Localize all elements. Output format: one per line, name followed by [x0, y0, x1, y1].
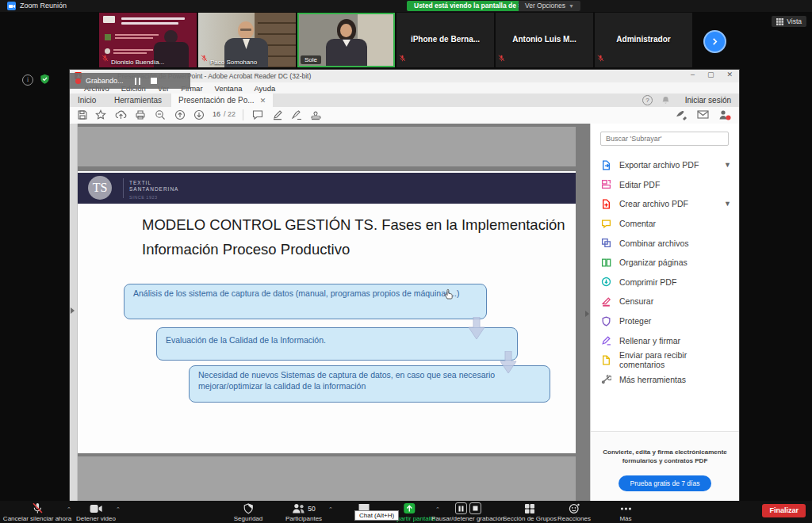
free-trial-button[interactable]: Prueba gratis de 7 días — [619, 475, 712, 491]
unmute-button[interactable]: Cancelar silenciar ahora — [3, 502, 71, 522]
breakout-grid-icon — [524, 503, 535, 514]
maximize-button[interactable]: ▢ — [707, 71, 714, 78]
tool-item-send-comments[interactable]: Enviar para recibir comentarios — [601, 350, 734, 370]
pause-recording-icon[interactable] — [455, 502, 467, 514]
document-canvas: TS TEXTIL SANTANDERINA SINCE 1923 MODELO… — [78, 124, 590, 501]
participant-name: Administrador — [595, 35, 692, 44]
promo-text: Convierte, edita y firma electrónicament… — [591, 448, 739, 456]
chevron-down-icon[interactable]: ▼ — [724, 161, 731, 169]
tool-item-comment[interactable]: Comentar — [601, 214, 734, 234]
video-tile-paco[interactable]: Paco Somohano — [198, 13, 296, 67]
highlighter-icon[interactable] — [272, 109, 283, 120]
tool-item-organize-pages[interactable]: Organizar páginas — [601, 253, 734, 273]
share-cloud-icon[interactable] — [115, 109, 127, 120]
help-icon[interactable]: ? — [642, 95, 653, 105]
tools-search-input[interactable] — [600, 132, 729, 146]
sign-in-link[interactable]: Iniciar sesión — [685, 94, 731, 107]
share-screen-icon — [404, 503, 415, 513]
stop-video-button[interactable]: Detener video — [76, 502, 116, 522]
video-tile-administrador[interactable]: Administrador — [595, 13, 692, 67]
tools-panel: Exportar archivo PDF▼ Editar PDF Crear a… — [590, 124, 739, 501]
edit-pdf-icon — [601, 179, 611, 189]
close-button[interactable]: ✕ — [726, 71, 733, 78]
participants-count: 50 — [308, 505, 315, 513]
acrobat-toolbar: 16 / 22 — [70, 107, 739, 124]
video-tile-dionisio[interactable]: Dionisio Buendía... — [99, 13, 197, 67]
stamp-icon[interactable] — [310, 109, 322, 120]
pause-recording-button[interactable] — [135, 78, 140, 85]
close-tab-icon[interactable]: ✕ — [260, 97, 266, 105]
video-tile-antonio[interactable]: Antonio Luis M... — [496, 13, 593, 67]
participant-name: Dionisio Buendía... — [111, 59, 164, 66]
video-tile-iphone[interactable]: iPhone de Berna... — [396, 13, 494, 67]
mic-options-chevron[interactable]: ⌃ — [67, 506, 71, 513]
tool-item-create-pdf[interactable]: Crear archivo PDF▼ — [601, 194, 734, 214]
recording-label: Grabando... — [86, 77, 124, 85]
video-options-chevron[interactable]: ⌃ — [116, 506, 121, 513]
menu-ventana[interactable]: Ventana — [215, 84, 243, 93]
stop-recording-button[interactable] — [151, 78, 157, 84]
protect-icon — [601, 316, 611, 326]
security-button[interactable]: Seguridad — [234, 502, 262, 522]
security-shield-icon — [243, 503, 253, 514]
participants-options-chevron[interactable]: ⌃ — [328, 506, 333, 513]
tab-inicio[interactable]: Inicio — [78, 94, 96, 107]
compress-pdf-icon — [601, 277, 611, 287]
breakout-rooms-button[interactable]: Sección de Grupos — [503, 502, 557, 522]
page-total-label: / 22 — [224, 110, 236, 118]
stop-recording-icon[interactable] — [469, 502, 481, 514]
email-icon[interactable] — [697, 109, 709, 120]
encryption-shield-icon[interactable] — [40, 74, 50, 88]
tab-herramientas[interactable]: Herramientas — [114, 94, 162, 107]
create-pdf-icon — [601, 199, 611, 209]
promo-text: formularios y contratos PDF — [591, 456, 739, 465]
tool-item-fill-sign[interactable]: Rellenar y firmar — [601, 330, 734, 350]
participant-name: Paco Somohano — [210, 59, 257, 66]
tool-item-protect[interactable]: Proteger — [601, 311, 734, 331]
tool-item-compress-pdf[interactable]: Comprimir PDF — [601, 273, 734, 292]
video-camera-icon — [90, 504, 102, 513]
pause-stop-recording-button[interactable]: Pausar/detener grabación — [431, 502, 504, 522]
comment-bubble-icon[interactable] — [252, 109, 263, 120]
video-tile-sole-active-speaker[interactable]: Sole — [297, 13, 395, 67]
tool-item-redact[interactable]: Censurar — [601, 292, 734, 311]
recording-indicator-bar: Grabando... — [70, 73, 190, 89]
vista-button[interactable]: Vista — [772, 16, 806, 27]
muted-mic-icon — [597, 51, 604, 65]
tool-item-export-pdf[interactable]: Exportar archivo PDF▼ — [601, 155, 734, 175]
tool-item-edit-pdf[interactable]: Editar PDF — [601, 175, 734, 195]
down-arrow-connector-icon — [467, 317, 486, 339]
muted-mic-icon — [498, 51, 505, 65]
next-page-icon[interactable] — [193, 109, 205, 120]
expand-nav-pane-icon[interactable] — [71, 307, 75, 314]
current-page-input[interactable]: 16 — [213, 110, 220, 118]
reactions-button[interactable]: Reacciones — [557, 502, 591, 522]
save-icon[interactable] — [77, 109, 88, 120]
menu-ayuda[interactable]: Ayuda — [254, 84, 275, 93]
signature-icon[interactable] — [676, 109, 688, 120]
more-button[interactable]: Más — [619, 502, 631, 522]
participants-button[interactable]: 50 Participantes — [285, 502, 322, 522]
navigation-pane-collapsed[interactable] — [70, 124, 78, 501]
participant-name: Sole — [301, 55, 321, 64]
sign-pen-icon[interactable] — [291, 109, 303, 120]
print-icon[interactable] — [135, 109, 146, 120]
chevron-down-icon[interactable]: ▼ — [724, 200, 731, 208]
zoom-out-icon[interactable] — [155, 109, 166, 120]
zoom-app-title: Zoom Reunión — [20, 2, 67, 10]
star-icon[interactable] — [95, 109, 106, 120]
next-participants-page-button[interactable] — [703, 30, 726, 53]
muted-mic-icon — [102, 51, 109, 65]
previous-page-icon[interactable] — [174, 109, 186, 120]
add-contact-icon[interactable] — [718, 109, 731, 120]
tab-document[interactable]: Presentación de Po...✕ — [171, 94, 273, 107]
collapse-tools-pane-icon[interactable] — [585, 311, 589, 317]
meeting-info-icon[interactable]: i — [22, 74, 33, 86]
tool-item-more-tools[interactable]: Más herramientas — [601, 370, 734, 390]
smiley-reactions-icon — [569, 503, 580, 514]
view-options-button[interactable]: Ver Opciones▼ — [519, 1, 580, 11]
notifications-bell-icon[interactable] — [661, 96, 670, 105]
minimize-button[interactable]: – — [691, 71, 695, 78]
end-meeting-button[interactable]: Finalizar — [762, 504, 806, 517]
tool-item-combine-files[interactable]: Combinar archivos — [601, 233, 734, 253]
